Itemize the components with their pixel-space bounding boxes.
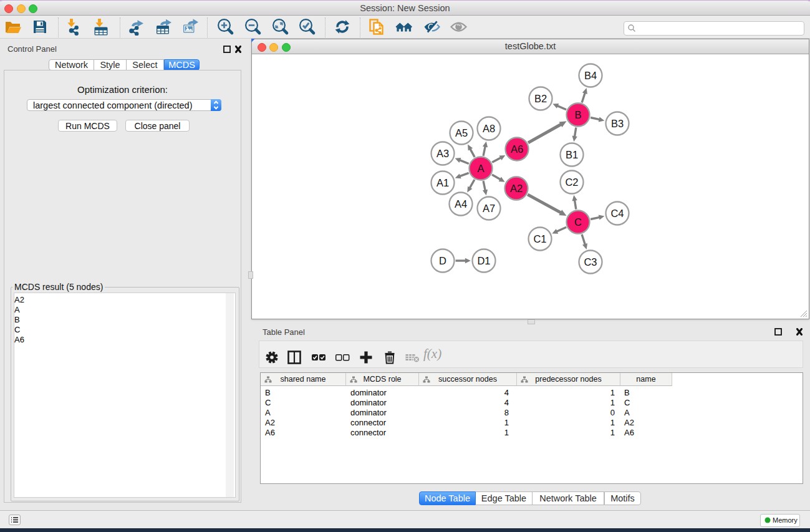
svg-text:A3: A3 bbox=[436, 148, 449, 159]
svg-text:C4: C4 bbox=[610, 208, 624, 219]
svg-text:A7: A7 bbox=[483, 203, 495, 214]
svg-text:B2: B2 bbox=[534, 93, 547, 104]
svg-text:B1: B1 bbox=[566, 149, 578, 160]
svg-text:B4: B4 bbox=[584, 70, 597, 81]
svg-text:A: A bbox=[477, 163, 484, 174]
svg-text:C1: C1 bbox=[533, 233, 546, 244]
svg-text:A6: A6 bbox=[511, 143, 523, 155]
svg-text:D: D bbox=[439, 255, 446, 266]
svg-text:B3: B3 bbox=[611, 118, 624, 129]
svg-text:A4: A4 bbox=[455, 198, 467, 210]
svg-text:A8: A8 bbox=[483, 123, 495, 134]
svg-text:A5: A5 bbox=[455, 127, 468, 138]
svg-text:C2: C2 bbox=[565, 177, 578, 188]
svg-text:C3: C3 bbox=[584, 256, 597, 268]
svg-text:D1: D1 bbox=[477, 255, 490, 266]
svg-text:B: B bbox=[574, 109, 581, 120]
svg-text:A1: A1 bbox=[436, 177, 449, 188]
svg-text:A2: A2 bbox=[510, 183, 523, 194]
svg-text:C: C bbox=[574, 216, 582, 228]
